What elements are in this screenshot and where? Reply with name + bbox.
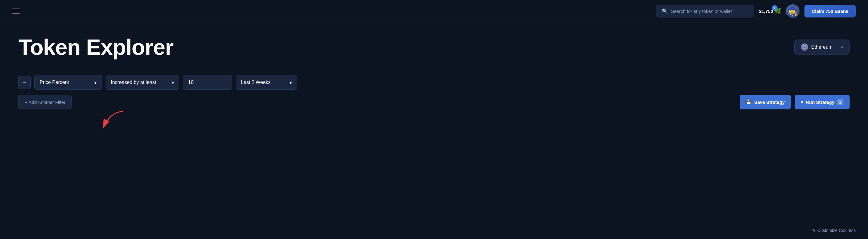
- filter-value-input[interactable]: 10: [183, 75, 232, 90]
- filter-area: − Price Percent ▾ Increased by at least …: [19, 75, 849, 109]
- nav-right: 🔍 Search for any token or wallet 1 21,75…: [656, 4, 856, 18]
- customize-columns[interactable]: ✎ Customize Columns: [812, 228, 856, 233]
- price-percent-dropdown[interactable]: Price Percent ▾: [34, 75, 102, 90]
- run-strategy-label: Run Strategy: [806, 100, 834, 105]
- timeframe-label: Last 2 Weeks: [241, 80, 271, 85]
- main-content: Token Explorer ⬡ Ethereum ▾ − Price Perc…: [0, 22, 868, 122]
- price-percent-label: Price Percent: [40, 80, 69, 85]
- navbar: 🔍 Search for any token or wallet 1 21,75…: [0, 0, 868, 22]
- customize-columns-label: Customize Columns: [817, 228, 856, 233]
- filter-actions-row: + Add Another Filter 💾 Save Strategy: [19, 95, 849, 109]
- search-placeholder-text: Search for any token or wallet: [671, 8, 732, 14]
- network-selector-left: ⬡ Ethereum: [801, 43, 832, 51]
- notification-badge: 1: [772, 5, 777, 11]
- arrow-annotation: [98, 110, 129, 136]
- save-icon: 💾: [746, 99, 752, 105]
- run-strategy-button[interactable]: ≡ Run Strategy 1: [795, 95, 849, 109]
- customize-icon: ✎: [812, 228, 815, 233]
- ethereum-icon: ⬡: [801, 43, 808, 51]
- filter-remove-button[interactable]: −: [19, 76, 31, 89]
- hamburger-menu-button[interactable]: [12, 8, 20, 13]
- timeframe-dropdown[interactable]: Last 2 Weeks ▾: [236, 75, 297, 90]
- filter-icon: ≡: [801, 100, 804, 105]
- condition-chevron-icon: ▾: [172, 80, 174, 86]
- condition-label: Increased by at least: [111, 80, 156, 85]
- beans-counter[interactable]: 1 21,750 🌿: [759, 8, 781, 14]
- save-strategy-label: Save Strategy: [754, 100, 784, 105]
- avatar-image: 🧙: [787, 6, 798, 16]
- search-bar[interactable]: 🔍 Search for any token or wallet: [656, 5, 754, 18]
- network-chevron-icon: ▾: [841, 45, 843, 49]
- claim-beans-button[interactable]: Claim 750 Beans: [804, 5, 856, 18]
- search-icon: 🔍: [662, 8, 668, 14]
- page-header: Token Explorer ⬡ Ethereum ▾: [19, 35, 849, 60]
- network-label: Ethereum: [811, 44, 832, 50]
- nav-left: [12, 8, 20, 13]
- network-selector[interactable]: ⬡ Ethereum ▾: [794, 39, 849, 55]
- price-percent-chevron-icon: ▾: [94, 80, 97, 86]
- action-buttons: 💾 Save Strategy ≡ Run Strategy 1: [740, 95, 849, 109]
- run-strategy-badge: 1: [837, 99, 843, 105]
- add-filter-button[interactable]: + Add Another Filter: [19, 95, 72, 109]
- save-strategy-button[interactable]: 💾 Save Strategy: [740, 95, 790, 109]
- filter-row: − Price Percent ▾ Increased by at least …: [19, 75, 849, 90]
- condition-dropdown[interactable]: Increased by at least ▾: [105, 75, 179, 90]
- page-title: Token Explorer: [19, 35, 174, 60]
- timeframe-chevron-icon: ▾: [289, 80, 292, 86]
- beans-amount: 21,750: [759, 8, 773, 14]
- avatar[interactable]: 🧙: [786, 4, 800, 18]
